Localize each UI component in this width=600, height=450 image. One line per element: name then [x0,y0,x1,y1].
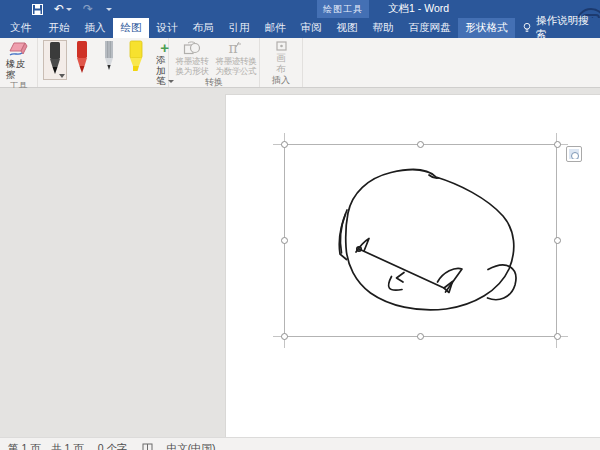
undo-button[interactable]: ↶ [54,3,72,15]
selection-handle-sw[interactable] [281,333,288,340]
status-bar: 第 1 页，共 1 页 0 个字 中文(中国) [0,437,600,450]
language-indicator[interactable]: 中文(中国) [167,442,216,450]
selection-handle-e[interactable] [554,237,561,244]
tab-draw[interactable]: 绘图 [113,18,149,38]
pen-red[interactable] [70,40,94,80]
document-area [0,88,600,437]
title-bar: ↶ ↷ 绘图工具 文档1 - Word [0,0,600,18]
page-indicator[interactable]: 第 1 页，共 1 页 [8,442,84,450]
tab-review[interactable]: 审阅 [293,18,329,38]
word-count[interactable]: 0 个字 [98,442,128,450]
quick-access-toolbar: ↶ ↷ [32,0,112,18]
selection-handle-w[interactable] [281,237,288,244]
tab-insert[interactable]: 插入 [77,18,113,38]
black-pen-icon [45,41,65,77]
ribbon-empty-area [303,38,600,87]
canvas-label-char1: 画 [276,53,286,64]
ribbon-tab-bar: 文件 开始 插入 绘图 设计 布局 引用 邮件 审阅 视图 帮助 百度网盘 形状… [0,18,600,38]
ribbon-group-convert: 将墨迹转 换为形状 π 将墨迹转换 为数学公式 转换 [169,38,260,87]
ink-to-shape-label-line2: 换为形状 [176,67,209,77]
undo-dropdown-icon [66,8,72,11]
ribbon-group-pens: + 添加 笔 笔 [38,38,169,87]
tab-layout[interactable]: 布局 [185,18,221,38]
spellcheck-icon [142,443,153,450]
tab-mailings[interactable]: 邮件 [257,18,293,38]
tell-me-search[interactable]: 操作说明搜索 [515,18,600,38]
tab-references[interactable]: 引用 [221,18,257,38]
highlighter-icon [126,40,146,76]
selection-handle-n[interactable] [417,141,424,148]
contextual-tools-header: 绘图工具 [317,0,369,18]
tab-file[interactable]: 文件 [0,18,41,38]
pen-options-chevron-icon [59,74,65,78]
customize-qat-icon [106,8,112,11]
tab-shape-format[interactable]: 形状格式 [458,18,515,38]
tab-baidu-netdisk[interactable]: 百度网盘 [401,18,458,38]
group-label-convert: 转换 [169,76,259,88]
ink-to-shape-button[interactable]: 将墨迹转 换为形状 [170,38,214,76]
drawing-canvas-selection[interactable] [284,144,557,337]
eraser-label: 橡皮擦 [6,58,31,80]
eraser-icon [8,41,30,58]
red-pen-icon [72,40,92,76]
tab-home[interactable]: 开始 [41,18,77,38]
selection-handle-ne[interactable] [554,141,561,148]
tab-design[interactable]: 设计 [149,18,185,38]
ribbon: 橡皮擦 工具 [0,38,600,88]
ribbon-group-insert: 画 布 插入 [260,38,303,87]
plus-icon: + [160,41,169,55]
group-label-insert: 插入 [260,74,302,87]
pencil-icon [99,40,119,76]
tab-view[interactable]: 视图 [329,18,365,38]
lightbulb-icon [523,22,531,34]
layout-options-icon [569,149,579,159]
customize-qat-button[interactable] [104,8,112,11]
ribbon-group-tools: 橡皮擦 工具 [0,38,38,87]
ink-to-shape-icon [183,41,201,56]
save-button[interactable] [32,4,43,15]
ink-to-math-button[interactable]: π 将墨迹转换 为数学公式 [214,38,258,76]
layout-options-button[interactable] [566,146,582,162]
word-application-window: ↶ ↷ 绘图工具 文档1 - Word 文件 开始 插入 绘图 设计 布局 引用… [0,0,600,450]
redo-button[interactable]: ↷ [83,3,93,15]
undo-icon: ↶ [54,3,64,15]
canvas-icon [276,41,287,51]
document-title: 文档1 - Word [388,0,449,18]
spellcheck-status[interactable] [142,443,153,450]
redo-icon: ↷ [83,3,93,15]
pen-pencil[interactable] [97,40,121,80]
eraser-button[interactable]: 橡皮擦 [0,38,37,80]
canvas-label-char2: 布 [276,64,286,75]
ink-sparkle-icon [235,41,243,49]
save-icon [32,4,43,15]
pen-highlighter[interactable] [124,40,148,80]
tab-help[interactable]: 帮助 [365,18,401,38]
pen-black[interactable] [43,40,67,80]
selection-handle-s[interactable] [417,333,424,340]
selection-handle-se[interactable] [554,333,561,340]
drawing-canvas-button[interactable]: 画 布 [264,38,298,74]
pen-gallery [38,38,152,80]
ink-to-math-label-line2: 为数学公式 [215,67,256,77]
add-pen-label-line2: 笔 [156,76,166,87]
selection-handle-nw[interactable] [281,141,288,148]
